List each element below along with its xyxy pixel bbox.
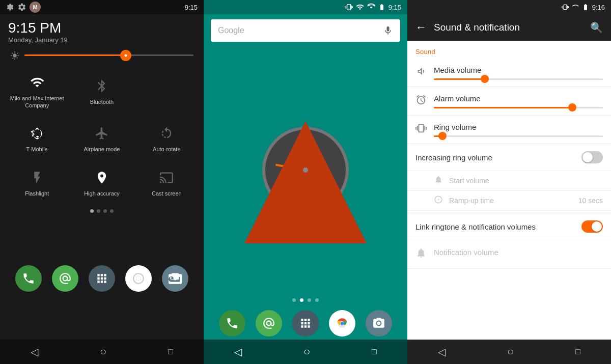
home-dot-4 [315,298,319,302]
ring-volume-slider[interactable] [434,135,603,137]
volume-icon [415,66,434,79]
time-block: 9:15 PM Monday, January 19 [8,20,68,44]
avatar[interactable]: M [30,2,41,13]
home-app-camera[interactable] [366,310,392,337]
app-drawer[interactable] [89,265,115,292]
tile-location[interactable]: High accuracy [70,161,133,204]
increasing-ring-toggle[interactable] [581,151,603,163]
sound-settings: 9:16 ← Sound & notification 🔍 Sound Medi… [407,0,611,364]
home-dot-1 [292,298,296,302]
home-dock [204,306,407,340]
app-hangouts[interactable] [52,265,78,292]
nav-bar-panel2: ◁ ○ □ [204,340,407,364]
tile-bluetooth[interactable]: Bluetooth [70,66,133,117]
tile-tmobile[interactable]: T-Mobile [5,117,69,160]
notification-shade: M 9:15 9:15 PM Monday, January 19 [0,0,204,364]
alarm-volume-slider[interactable] [434,107,603,108]
ring-icon [415,123,434,136]
svg-point-5 [341,322,344,325]
start-volume-label: Start volume [449,177,603,185]
increasing-ring-row[interactable]: Increasing ring volume [407,144,611,171]
notification-header: 9:15 PM Monday, January 19 [0,14,204,47]
app-camera[interactable] [162,265,188,292]
svg-point-6 [438,199,439,200]
tile-flashlight-label: Flashlight [25,190,49,197]
status-bar-panel3: 9:16 [407,0,611,14]
alarm-volume-content: Alarm volume [434,94,603,108]
brightness-control[interactable] [0,47,204,66]
status-bar-panel2: 9:15 [204,0,407,14]
home-button-p1[interactable]: ○ [90,341,117,362]
link-ringtone-row[interactable]: Link ringtone & notification volumes [407,213,611,240]
ring-volume-content: Ring volume [434,123,603,137]
start-volume-row: Start volume [407,171,611,191]
vibrate-icon-p3 [562,4,569,11]
link-toggle-knob [592,221,602,232]
status-bar-panel1: M 9:15 [0,0,204,14]
back-button-p1[interactable]: ◁ [20,342,48,362]
signal-icon-p2 [367,3,375,11]
settings-title: Sound & notification [434,22,583,33]
recents-button-p2[interactable]: □ [362,343,387,360]
camera-icon [169,272,182,285]
recents-button-settings[interactable]: □ [565,343,591,360]
home-app-hangouts[interactable] [256,310,282,337]
tile-cast[interactable]: Cast screen [135,161,199,204]
recents-button-p1[interactable]: □ [158,343,183,360]
settings-search-button[interactable]: 🔍 [587,18,606,37]
home-button-p2[interactable]: ○ [293,341,320,362]
cast-icon [157,169,176,187]
tile-airplane-label: Airplane mode [84,146,120,153]
wifi-icon [28,73,46,92]
status-time: 9:15 [185,4,198,11]
ring-volume-row[interactable]: Ring volume [407,116,611,144]
tile-bluetooth-label: Bluetooth [90,98,114,105]
notification-icon [415,247,434,261]
home-button-settings[interactable]: ○ [497,341,524,362]
search-placeholder: Google [218,26,378,35]
home-app-chrome[interactable] [329,310,355,337]
brightness-slider[interactable] [24,54,193,56]
home-dot-3 [308,298,311,302]
location-icon [93,169,111,187]
tile-flashlight[interactable]: Flashlight [5,161,69,204]
media-volume-slider[interactable] [434,78,603,80]
media-volume-row[interactable]: Media volume [407,59,611,87]
alarm-volume-row[interactable]: Alarm volume [407,87,611,116]
brightness-thumb-icon [123,52,129,59]
current-time: 9:15 PM [8,20,68,36]
home-app-drawer[interactable] [292,310,319,337]
battery-icon-p3 [582,4,589,11]
app-chrome[interactable] [125,265,152,292]
toggle-knob [582,152,593,162]
brightness-icon [10,51,19,60]
mic-search-icon[interactable] [383,25,393,36]
bluetooth-icon [93,77,111,95]
search-bar[interactable]: Google [211,19,400,42]
nav-bar-panel3: ◁ ○ □ [407,340,611,364]
notification-volume-content: Notification volume [434,248,603,261]
phone-icon [22,272,35,285]
nav-bar-panel1: ◁ ○ □ [0,340,204,364]
tile-tmobile-label: T-Mobile [26,146,48,153]
home-app-phone[interactable] [219,310,245,337]
home-dot-2 [300,298,303,302]
back-button-p3[interactable]: ← [412,18,430,37]
link-ringtone-toggle[interactable] [581,220,603,233]
page-indicator [0,204,204,218]
home-phone-icon [226,317,239,330]
dot-3 [103,209,107,213]
media-volume-label: Media volume [434,66,603,74]
gear-icon[interactable] [17,3,26,12]
ramp-up-label: Ramp-up time [449,197,578,205]
app-phone[interactable] [15,265,42,292]
ramp-icon [434,195,443,206]
home-chrome-icon [336,317,349,330]
clock-center [303,167,308,173]
tile-airplane[interactable]: Airplane mode [70,117,133,160]
back-button-p2[interactable]: ◁ [224,342,252,362]
back-button-settings[interactable]: ◁ [428,342,456,362]
tile-autorotate[interactable]: Auto-rotate [135,117,199,160]
tile-autorotate-label: Auto-rotate [153,146,180,153]
tile-wifi[interactable]: Milo and Max Internet Company [5,66,69,117]
